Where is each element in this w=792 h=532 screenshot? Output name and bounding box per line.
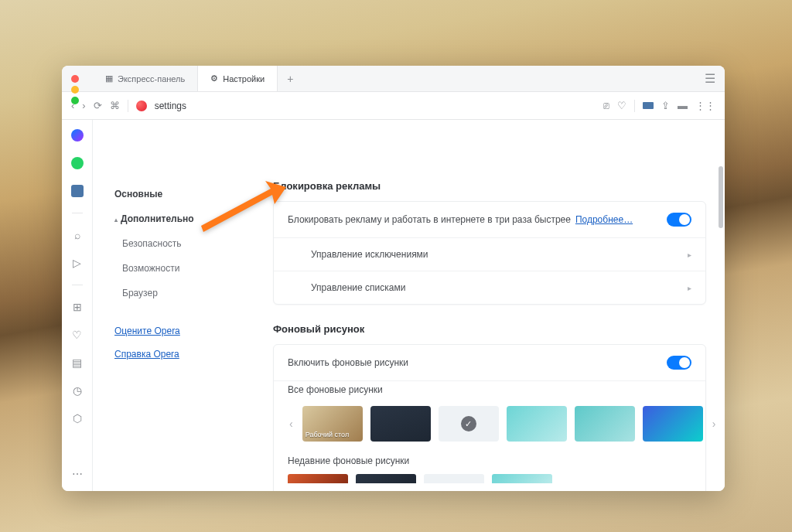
- tab-label: Настройки: [223, 74, 265, 84]
- more-icon[interactable]: ⋯: [72, 468, 83, 480]
- tab-bar: ▦ Экспресс-панель ⚙ Настройки + ☰: [62, 66, 725, 92]
- separator: [72, 285, 83, 285]
- adblock-toggle-row: Блокировать рекламу и работать в интерне…: [274, 202, 705, 238]
- address-actions: ⎚ ♡ ⇪ ▬ ⋮⋮: [603, 100, 715, 112]
- recent-wallpaper[interactable]: [288, 474, 348, 483]
- adblock-desc: Блокировать рекламу и работать в интерне…: [288, 214, 571, 225]
- browser-window: ▦ Экспресс-панель ⚙ Настройки + ☰ ‹ › ⟳ …: [62, 66, 725, 491]
- chevron-right-icon: ▸: [688, 284, 691, 292]
- wallpaper-option[interactable]: [507, 406, 567, 442]
- row-label: Управление исключениями: [311, 249, 428, 260]
- settings-content: Основные Дополнительно Безопасность Возм…: [93, 120, 725, 491]
- section-wallpaper-title: Фоновый рисунок: [273, 323, 706, 335]
- recent-wallpaper[interactable]: [356, 474, 416, 483]
- manage-exceptions-row[interactable]: Управление исключениями ▸: [274, 238, 705, 271]
- wallpaper-option[interactable]: [370, 406, 431, 442]
- tab-speed-dial[interactable]: ▦ Экспресс-панель: [93, 66, 198, 91]
- messenger-icon[interactable]: [71, 129, 84, 142]
- forward-button[interactable]: ›: [82, 100, 85, 111]
- maximize-button[interactable]: [71, 97, 79, 104]
- manage-lists-row[interactable]: Управление списками ▸: [274, 271, 705, 304]
- news-icon[interactable]: ▤: [72, 356, 82, 369]
- menu-icon[interactable]: ⋮⋮: [695, 100, 715, 111]
- carousel-prev[interactable]: ‹: [288, 418, 295, 430]
- window-controls: [71, 75, 79, 104]
- row-label: Включить фоновые рисунки: [288, 357, 408, 368]
- nav-rate-opera[interactable]: Оцените Opera: [108, 319, 259, 343]
- whatsapp-icon[interactable]: [71, 157, 84, 169]
- extensions-icon[interactable]: ⬡: [73, 412, 82, 425]
- row-label: Управление списками: [311, 282, 405, 293]
- wallpapers-all-label: Все фоновые рисунки: [274, 381, 705, 403]
- chevron-right-icon: ▸: [688, 251, 691, 259]
- close-button[interactable]: [71, 75, 79, 83]
- reload-button[interactable]: ⟳: [94, 100, 102, 111]
- gear-icon: ⚙: [210, 73, 218, 84]
- tabs-menu-icon[interactable]: ☰: [705, 71, 725, 86]
- check-icon: ✓: [461, 416, 476, 431]
- settings-main: Блокировка рекламы Блокировать рекламу и…: [267, 166, 725, 491]
- minimize-button[interactable]: [71, 86, 79, 94]
- separator: [634, 100, 635, 112]
- section-adblock-title: Блокировка рекламы: [273, 180, 706, 192]
- grid-icon: ▦: [105, 73, 113, 84]
- vk-badge-icon[interactable]: [643, 102, 654, 109]
- url-text[interactable]: settings: [155, 101, 186, 111]
- speed-dial-button[interactable]: ⌘: [110, 100, 120, 111]
- opera-icon: [136, 101, 147, 111]
- wallpaper-card: Включить фоновые рисунки Все фоновые рис…: [273, 344, 706, 491]
- camera-icon[interactable]: ⎚: [603, 100, 609, 111]
- nav-browser[interactable]: Браузер: [108, 281, 259, 305]
- recent-wallpapers: [274, 474, 705, 491]
- recent-wallpaper[interactable]: [492, 474, 552, 483]
- annotation-arrow: [197, 179, 286, 240]
- wallpaper-carousel: ‹ Рабочий стол ✓ ›: [274, 403, 705, 452]
- recent-wallpaper[interactable]: [424, 474, 484, 483]
- tab-label: Экспресс-панель: [118, 74, 185, 84]
- tab-settings[interactable]: ⚙ Настройки: [198, 66, 278, 91]
- grid-icon[interactable]: ⊞: [73, 301, 82, 313]
- adblock-card: Блокировать рекламу и работать в интерне…: [273, 201, 706, 305]
- new-tab-button[interactable]: +: [278, 73, 302, 85]
- scrollbar[interactable]: [719, 166, 723, 228]
- battery-icon[interactable]: ▬: [678, 100, 688, 111]
- separator: [128, 100, 128, 112]
- send-icon[interactable]: ▷: [73, 257, 81, 269]
- wallpaper-toggle[interactable]: [667, 356, 691, 370]
- search-icon[interactable]: ⌕: [74, 229, 80, 241]
- wallpaper-toggle-row: Включить фоновые рисунки: [274, 345, 705, 381]
- separator: [72, 213, 83, 213]
- nav-help-opera[interactable]: Справка Opera: [108, 343, 259, 366]
- wallpaper-desktop[interactable]: Рабочий стол: [302, 406, 363, 442]
- nav-features[interactable]: Возможности: [108, 256, 259, 281]
- wallpaper-option-selected[interactable]: ✓: [439, 406, 499, 442]
- heart-icon[interactable]: ♡: [617, 100, 626, 111]
- history-icon[interactable]: ◷: [73, 384, 82, 397]
- adblock-toggle[interactable]: [667, 213, 691, 227]
- carousel-next[interactable]: ›: [711, 418, 718, 430]
- wallpaper-option[interactable]: [643, 406, 703, 442]
- browser-sidebar: ⌕ ▷ ⊞ ♡ ▤ ◷ ⬡ ⋯: [62, 120, 93, 491]
- vk-icon[interactable]: [71, 185, 84, 197]
- learn-more-link[interactable]: Подробнее…: [575, 214, 633, 225]
- heart-icon[interactable]: ♡: [72, 329, 82, 341]
- wallpaper-option[interactable]: [575, 406, 635, 442]
- wallpapers-recent-label: Недавние фоновые рисунки: [274, 452, 705, 474]
- wallpaper-label: Рабочий стол: [306, 431, 350, 438]
- address-bar: ‹ › ⟳ ⌘ settings ⎚ ♡ ⇪ ▬ ⋮⋮: [62, 92, 725, 120]
- share-icon[interactable]: ⇪: [661, 100, 670, 111]
